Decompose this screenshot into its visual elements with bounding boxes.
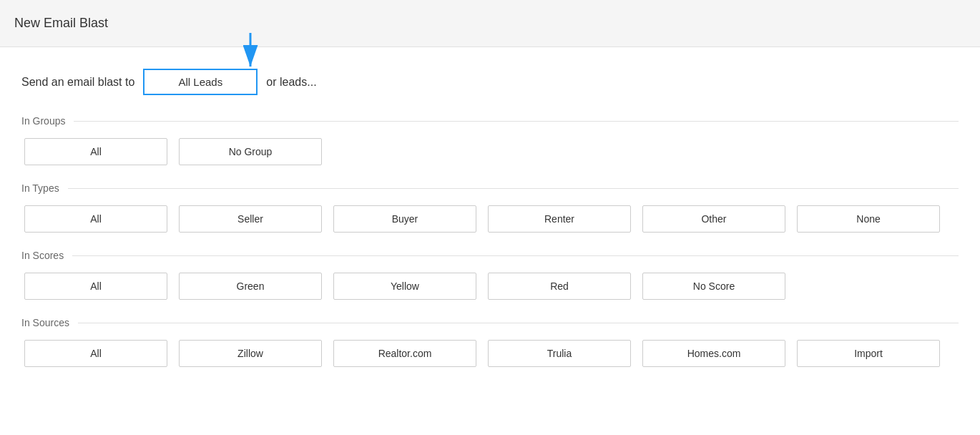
page-header: New Email Blast	[0, 0, 980, 47]
sources-label: In Sources	[21, 317, 69, 328]
arrow-annotation	[229, 29, 272, 72]
types-other-button[interactable]: Other	[642, 205, 785, 233]
sources-divider-line	[78, 323, 959, 323]
scores-green-button[interactable]: Green	[179, 273, 322, 300]
sources-divider: In Sources	[21, 317, 959, 328]
groups-button-row: All No Group	[21, 138, 959, 165]
sources-import-button[interactable]: Import	[797, 340, 940, 367]
scores-all-button[interactable]: All	[24, 273, 167, 300]
send-row: Send an email blast to All Leads or lead…	[21, 69, 959, 95]
types-seller-button[interactable]: Seller	[179, 205, 322, 233]
types-none-button[interactable]: None	[797, 205, 940, 233]
send-suffix-label: or leads...	[266, 76, 316, 89]
scores-divider-line	[72, 255, 959, 256]
types-label: In Types	[21, 182, 59, 194]
main-content: Send an email blast to All Leads or lead…	[0, 47, 980, 399]
types-divider-line	[68, 188, 959, 189]
scores-no-score-button[interactable]: No Score	[642, 273, 785, 300]
types-buyer-button[interactable]: Buyer	[333, 205, 476, 233]
types-divider: In Types	[21, 182, 959, 194]
scores-divider: In Scores	[21, 250, 959, 261]
sources-all-button[interactable]: All	[24, 340, 167, 367]
groups-divider: In Groups	[21, 115, 959, 127]
sources-trulia-button[interactable]: Trulia	[488, 340, 631, 367]
page-title: New Email Blast	[14, 16, 108, 31]
sources-section: In Sources All Zillow Realtor.com Trulia…	[21, 317, 959, 367]
scores-button-row: All Green Yellow Red No Score	[21, 273, 959, 300]
types-renter-button[interactable]: Renter	[488, 205, 631, 233]
sources-realtor-button[interactable]: Realtor.com	[333, 340, 476, 367]
sources-button-row: All Zillow Realtor.com Trulia Homes.com …	[21, 340, 959, 367]
all-leads-button[interactable]: All Leads	[143, 69, 258, 95]
groups-no-group-button[interactable]: No Group	[179, 138, 322, 165]
groups-label: In Groups	[21, 115, 65, 127]
scores-red-button[interactable]: Red	[488, 273, 631, 300]
types-all-button[interactable]: All	[24, 205, 167, 233]
groups-section: In Groups All No Group	[21, 115, 959, 165]
scores-section: In Scores All Green Yellow Red No Score	[21, 250, 959, 300]
sources-homes-button[interactable]: Homes.com	[642, 340, 785, 367]
groups-divider-line	[74, 121, 959, 122]
types-section: In Types All Seller Buyer Renter Other N…	[21, 182, 959, 233]
types-button-row: All Seller Buyer Renter Other None	[21, 205, 959, 233]
sources-zillow-button[interactable]: Zillow	[179, 340, 322, 367]
scores-label: In Scores	[21, 250, 64, 261]
groups-all-button[interactable]: All	[24, 138, 167, 165]
send-prefix-label: Send an email blast to	[21, 76, 134, 89]
scores-yellow-button[interactable]: Yellow	[333, 273, 476, 300]
